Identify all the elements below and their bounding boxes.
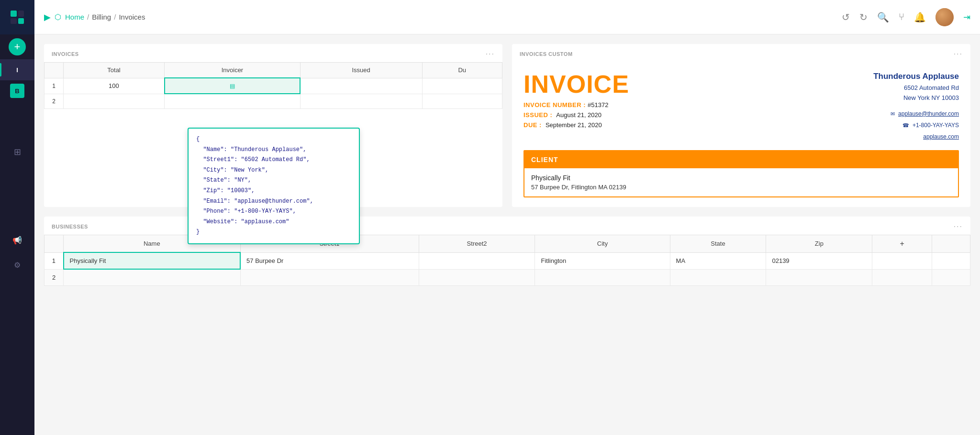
sidebar-item-megaphone[interactable]: 📢 xyxy=(0,228,34,252)
biz-row1-city: Fitlington xyxy=(535,252,670,269)
json-line: "State": "NY", xyxy=(196,175,351,186)
invoice-number-value: #51372 xyxy=(588,101,608,109)
nav-expand-icon[interactable]: ▶ xyxy=(44,12,51,22)
sidebar-item-I[interactable]: I xyxy=(0,59,34,80)
biz-row1-state: MA xyxy=(670,252,766,269)
biz-row2-name xyxy=(64,269,241,285)
sidebar-letter-B: B xyxy=(10,84,24,98)
sidebar-item-settings[interactable]: ⚙ xyxy=(0,252,34,277)
biz-row2-zip xyxy=(766,269,872,285)
biz-row2-street2 xyxy=(419,269,535,285)
code-icon xyxy=(12,172,22,182)
invoices-col-total: Total xyxy=(64,63,165,78)
table-row[interactable]: 2 xyxy=(45,269,970,285)
businesses-panel-menu[interactable]: ··· xyxy=(954,222,963,231)
invoice-top-section: INVOICE INVOICE NUMBER : #51372 ISSUED :… xyxy=(523,72,959,142)
row1-total: 100 xyxy=(64,78,165,94)
biz-row1-add xyxy=(872,252,932,269)
biz-row2-num: 2 xyxy=(45,269,64,285)
table-row[interactable]: 2 xyxy=(45,94,502,109)
share-button[interactable]: ⑂ xyxy=(899,11,904,22)
biz-col-num xyxy=(45,235,64,252)
undo-button[interactable]: ↺ xyxy=(842,11,850,23)
businesses-panel: BUSINESSES ··· Name Street1 Street2 City… xyxy=(44,217,970,286)
json-line: { xyxy=(196,134,351,145)
megaphone-icon: 📢 xyxy=(12,235,22,245)
biz-row2-street1 xyxy=(240,269,419,285)
gear-icon: ⚙ xyxy=(12,260,22,270)
collapse-button[interactable]: ⇥ xyxy=(963,12,970,22)
topbar-actions: ↺ ↻ 🔍 ⑂ 🔔 ⇥ xyxy=(842,8,970,26)
biz-col-zip: Zip xyxy=(766,235,872,252)
invoice-custom-body: INVOICE INVOICE NUMBER : #51372 ISSUED :… xyxy=(512,62,970,207)
invoice-issued-label: ISSUED : xyxy=(523,111,552,119)
invoice-issued-value: August 21, 2020 xyxy=(556,111,601,119)
json-popup[interactable]: { "Name": "Thunderous Applause", "Street… xyxy=(188,128,360,244)
add-icon: + xyxy=(9,38,26,55)
row2-invoicer xyxy=(165,94,301,109)
table-row[interactable]: 1 Physically Fit 57 Burpee Dr Fitlington… xyxy=(45,252,970,269)
invoice-number-line: INVOICE NUMBER : #51372 xyxy=(523,101,629,109)
table-row[interactable]: 1 100 ▤ xyxy=(45,78,502,94)
json-line: "Street1": "6502 Automated Rd", xyxy=(196,155,351,165)
json-line: "Website": "applause.com" xyxy=(196,217,351,228)
sidebar: + I B ⊞ 📢 ⚙ xyxy=(0,0,34,435)
notification-button[interactable]: 🔔 xyxy=(914,11,926,23)
search-button[interactable]: 🔍 xyxy=(877,11,889,23)
sidebar-item-code[interactable] xyxy=(0,164,34,189)
sidebar-add-button[interactable]: + xyxy=(0,34,34,59)
company-website[interactable]: applause.com xyxy=(923,133,959,140)
row1-due xyxy=(422,78,502,94)
invoices-col-invoicer: Invoicer xyxy=(165,63,301,78)
row1-invoicer[interactable]: ▤ xyxy=(165,78,301,94)
invoices-panel-title: INVOICES xyxy=(52,51,79,57)
expand-icon[interactable]: ▤ xyxy=(230,83,235,89)
biz-col-add[interactable]: + xyxy=(872,235,932,252)
invoices-table: Total Invoicer Issued Du 1 100 ▤ xyxy=(44,62,502,109)
email-icon: ✉ xyxy=(891,111,895,117)
biz-row1-extra xyxy=(932,252,970,269)
sidebar-item-grid[interactable]: ⊞ xyxy=(0,140,34,164)
breadcrumb-home[interactable]: Home xyxy=(65,13,84,21)
main-content: ▶ ⬡ Home / Billing / Invoices ↺ ↻ 🔍 ⑂ 🔔 … xyxy=(34,0,980,435)
grid-icon: ⊞ xyxy=(12,147,22,157)
invoice-due-row: DUE : September 21, 2020 xyxy=(523,121,629,129)
json-line: "City": "New York", xyxy=(196,165,351,176)
json-line: } xyxy=(196,227,351,238)
biz-col-city: City xyxy=(535,235,670,252)
sidebar-letter-I: I xyxy=(10,63,24,77)
company-contact: ✉ applause@thunder.com ☎ +1-800-YAY-YAYS… xyxy=(873,108,959,142)
breadcrumb-billing[interactable]: Billing xyxy=(92,13,111,21)
invoice-custom-header: INVOICES Custom ··· xyxy=(512,44,970,62)
row2-due xyxy=(422,94,502,109)
biz-row1-zip: 02139 xyxy=(766,252,872,269)
biz-row1-street1: 57 Burpee Dr xyxy=(240,252,419,269)
breadcrumb-sep2: / xyxy=(114,13,116,21)
redo-button[interactable]: ↻ xyxy=(859,11,868,23)
client-name: Physically Fit xyxy=(531,174,951,182)
biz-row1-name[interactable]: Physically Fit xyxy=(64,252,241,269)
biz-row2-add xyxy=(872,269,932,285)
biz-row1-street2 xyxy=(419,252,535,269)
breadcrumb: Home / Billing / Invoices xyxy=(65,13,145,21)
json-line: "Phone": "+1-800-YAY-YAYS", xyxy=(196,207,351,217)
invoice-main-title: INVOICE xyxy=(523,72,629,97)
company-email[interactable]: applause@thunder.com xyxy=(898,110,959,117)
businesses-table: Name Street1 Street2 City State Zip + 1 … xyxy=(44,235,970,286)
biz-col-state: State xyxy=(670,235,766,252)
invoice-due-label: DUE : xyxy=(523,121,542,129)
breadcrumb-home-icon: ⬡ xyxy=(55,12,61,22)
json-line: "Email": "applause@thunder.com", xyxy=(196,196,351,207)
avatar[interactable] xyxy=(935,8,954,26)
invoice-custom-panel: INVOICES Custom ··· INVOICE INVOICE NUMB… xyxy=(512,44,970,207)
biz-row1-num: 1 xyxy=(45,252,64,269)
sidebar-item-B[interactable]: B xyxy=(0,80,34,101)
breadcrumb-invoices[interactable]: Invoices xyxy=(119,13,145,21)
client-address: 57 Burpee Dr, Fitlington MA 02139 xyxy=(531,184,951,191)
biz-row2-city xyxy=(535,269,670,285)
row2-num: 2 xyxy=(45,94,64,109)
client-section: CLIENT Physically Fit 57 Burpee Dr, Fitl… xyxy=(523,150,959,197)
invoice-number-label: INVOICE NUMBER : xyxy=(523,101,586,109)
invoices-panel-menu[interactable]: ··· xyxy=(486,50,495,58)
invoice-custom-menu[interactable]: ··· xyxy=(954,50,963,58)
